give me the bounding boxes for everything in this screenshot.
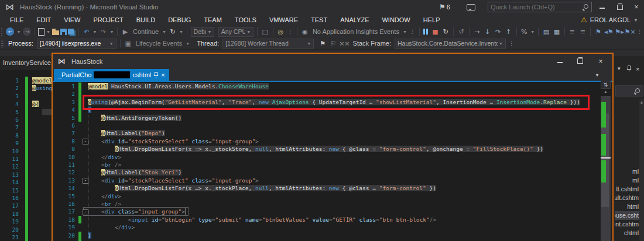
menu-project[interactable]: PROJECT	[87, 14, 129, 26]
fw-code-line-15[interactable]: 15 </div>	[53, 192, 612, 201]
menu-file[interactable]: FILE	[4, 14, 30, 26]
fw-code-line-6[interactable]: 6	[53, 122, 612, 130]
quick-launch-input[interactable]	[488, 4, 582, 11]
fw-code-line-5[interactable]: 5 @Html.AntiForgeryToken()	[53, 114, 612, 122]
close-icon[interactable]: ×	[636, 66, 639, 73]
user-account[interactable]: ⚠ EROL AKGÜL ▼	[581, 14, 638, 26]
dropdown-caret-icon[interactable]: ▼	[46, 30, 50, 34]
menu-analyze[interactable]: ANALYZE	[334, 14, 375, 26]
fw-code-line-1[interactable]: 1@model HausStock.UI.Areas.Users.Models.…	[53, 82, 612, 91]
bg-code-line-6[interactable]: 6	[0, 116, 52, 124]
dropdown-caret-icon[interactable]: ▼	[162, 30, 166, 34]
maximize-button[interactable]	[577, 57, 583, 66]
bg-code-line-13[interactable]: 13	[0, 171, 52, 179]
dropdown-caret-icon[interactable]: ▼	[186, 42, 190, 46]
save-icon[interactable]	[60, 29, 67, 35]
feedback-icon[interactable]	[467, 4, 475, 11]
toolbar-overflow-icon[interactable]: ⋮	[637, 29, 642, 35]
menu-build[interactable]: BUILD	[130, 14, 162, 26]
application-insights-label[interactable]: No Application Insights Events	[313, 28, 399, 35]
fw-code-line-10[interactable]: 10 </div>	[53, 153, 612, 161]
bg-code-line-18[interactable]: 18	[0, 210, 52, 218]
bg-code-line-20[interactable]: 20	[0, 226, 52, 234]
menu-debug[interactable]: DEBUG	[162, 14, 197, 26]
restore-button[interactable]	[617, 5, 623, 10]
bg-code-line-19[interactable]: 19	[0, 218, 52, 226]
dropdown-caret-icon[interactable]: ▼	[16, 30, 20, 34]
pin-icon[interactable]	[153, 72, 159, 78]
minimize-button[interactable]	[557, 57, 563, 66]
fw-code-line-12[interactable]: 12 @Html.Label("Stok Yeri")	[53, 168, 612, 177]
stack-frame-dropdown[interactable]: HausStock.Core.DataService.InventorySen▼	[395, 39, 506, 49]
bg-code-line-7[interactable]: 7	[0, 123, 52, 132]
dropdown-caret-icon[interactable]: ▼	[530, 30, 535, 34]
menu-view[interactable]: VIEW	[57, 14, 87, 26]
attach-device-icon[interactable]: □	[261, 27, 270, 36]
bg-code-line-3[interactable]: 3	[0, 92, 52, 101]
tab-partialchoosewarehouse[interactable]: _PartialCho cshtml ×	[54, 69, 169, 81]
close-button[interactable]: ×	[631, 0, 642, 14]
tab-inventoryservice[interactable]: InventoryService.cs	[3, 59, 52, 66]
nav-back-icon[interactable]: ←	[6, 27, 14, 36]
bg-code-line-9[interactable]: 9	[0, 139, 52, 147]
bg-code-line-5[interactable]: 5	[0, 108, 52, 116]
find-in-files-icon[interactable]: ◎	[276, 27, 285, 36]
nav-forward-icon[interactable]: →	[23, 27, 31, 36]
menu-test[interactable]: TEST	[304, 14, 334, 26]
dropdown-caret-icon[interactable]: ▼	[93, 30, 97, 34]
restart-icon[interactable]: ↻	[168, 27, 177, 36]
editor-scrollbar[interactable]: ⇅ ▲	[591, 81, 611, 241]
menu-vmware[interactable]: VMWARE	[263, 14, 304, 26]
menu-help[interactable]: HELP	[417, 14, 447, 26]
quick-launch-box[interactable]	[488, 2, 592, 12]
menu-tools[interactable]: TOOLS	[228, 14, 263, 26]
bg-code-line-15[interactable]: 15	[0, 187, 52, 195]
bg-code-line-1[interactable]: 1@model	[0, 77, 52, 85]
pause-icon[interactable]	[422, 27, 429, 36]
flag-thread-icon[interactable]: ⚑	[318, 39, 327, 48]
dropdown-caret-icon[interactable]: ▼	[403, 30, 407, 34]
restart-debug-icon[interactable]: ↻	[441, 27, 450, 36]
scroll-up-icon[interactable]: ▲	[639, 99, 644, 105]
menu-window[interactable]: WINDOW	[375, 14, 416, 26]
pin-icon[interactable]	[626, 66, 632, 72]
process-dropdown[interactable]: [14904] iisexpress.exe▼	[37, 39, 117, 49]
bg-code-line-21[interactable]: 21	[0, 233, 52, 241]
step-out-icon[interactable]: ↑	[504, 27, 513, 36]
bg-code-line-11[interactable]: 11	[0, 155, 52, 163]
hot-reload-icon[interactable]: ↺	[457, 27, 466, 36]
tab-overflow-icon[interactable]: ▼	[595, 73, 600, 78]
undo-icon[interactable]: ↶	[82, 27, 91, 36]
process-label[interactable]: Process:	[8, 40, 33, 47]
floating-window-titlebar[interactable]: ⋈ HausStock ×	[53, 54, 612, 69]
continue-label[interactable]: Continue	[133, 28, 159, 35]
toolbar-overflow-icon[interactable]: ⋮	[287, 29, 293, 35]
application-insights-icon[interactable]: ◉	[300, 27, 310, 36]
prev-bookmark-icon[interactable]: ◂⚑	[604, 27, 614, 36]
save-all-icon[interactable]	[68, 29, 74, 35]
redo-icon[interactable]: ↷	[98, 27, 108, 36]
bg-code-line-8[interactable]: 8	[0, 132, 52, 140]
step-over-icon[interactable]: ↷	[494, 27, 503, 36]
navigate-list-forward-icon[interactable]: ≡	[578, 27, 587, 36]
code-editor[interactable]: 1@model HausStock.UI.Areas.Users.Models.…	[53, 82, 612, 241]
bg-code-line-17[interactable]: 17	[0, 202, 52, 210]
notifications-flag-icon[interactable]: ⚑6	[439, 0, 450, 14]
bg-code-line-4[interactable]: 4@{	[0, 100, 52, 108]
show-threads-in-source-icon[interactable]: ××	[339, 39, 350, 48]
command-window-icon[interactable]: ▦	[552, 27, 561, 36]
navigate-list-back-icon[interactable]: ≡	[567, 27, 577, 36]
stop-debug-icon[interactable]: ■	[430, 27, 440, 36]
show-next-statement-icon[interactable]: →	[472, 27, 482, 36]
solution-platform-dropdown[interactable]: Any CPU▼	[218, 27, 254, 37]
continue-icon[interactable]: ▶	[121, 27, 130, 36]
new-file-icon[interactable]	[38, 28, 44, 36]
lifecycle-events-label[interactable]: Lifecycle Events	[136, 40, 182, 47]
clear-bookmarks-icon[interactable]: ⚑×	[625, 27, 635, 36]
lifecycle-events-icon[interactable]: ▣	[124, 39, 133, 48]
fw-code-line-17[interactable]: 17- <div class="input-group">	[53, 208, 612, 216]
thread-dropdown[interactable]: [12680] Worker Thread▼	[222, 39, 314, 49]
thread-label[interactable]: Thread:	[197, 40, 219, 47]
fw-code-line-7[interactable]: 7 @Html.Label("Depo")	[53, 129, 612, 137]
bg-code-line-10[interactable]: 10	[0, 147, 52, 156]
